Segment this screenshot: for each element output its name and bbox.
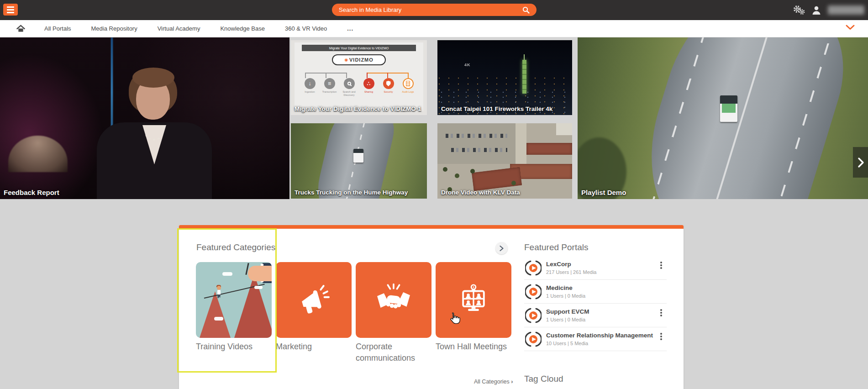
portal-logo-icon (525, 307, 542, 324)
card-accent-bar (179, 225, 684, 229)
category-tile-training-videos[interactable] (196, 262, 272, 338)
security-shield-icon (383, 78, 394, 89)
category-tile-marketing[interactable] (276, 262, 352, 338)
truck-graphic (720, 95, 737, 122)
monument-graphic (8, 136, 68, 172)
node-transcription: ≡ Transcription (320, 78, 339, 96)
tag-cloud-heading: Tag Cloud (524, 374, 563, 384)
node-security: Security (379, 78, 398, 96)
category-label: Town Hall Meetings (436, 341, 511, 352)
portal-logo-icon (525, 284, 542, 300)
chevron-right-icon (499, 245, 504, 252)
video-thumbnail-trucks-highway[interactable]: Trucks Trucking on the Hume Highway (291, 123, 427, 199)
video-title: Trucks Trucking on the Hume Highway (295, 189, 408, 196)
video-title: Feedback Report (4, 189, 59, 196)
sharing-icon: ∴ (363, 78, 374, 89)
video-thumbnail-playlist-demo[interactable]: Playlist Demo (578, 37, 868, 199)
video-thumbnail-migrate-evidence[interactable]: Migrate Your Digital Evidence to VIDIZMO… (291, 40, 427, 115)
nav-item-media-repository[interactable]: Media Repository (91, 25, 137, 32)
vidizmo-logo-dot: ◉ (344, 58, 348, 62)
topbar-actions (792, 0, 864, 20)
categories-scroll-next-button[interactable] (495, 242, 508, 254)
nav-item-all-portals[interactable]: All Portals (44, 25, 71, 32)
search-button[interactable] (521, 5, 531, 15)
megaphone-icon (297, 284, 330, 316)
portal-options-menu-button[interactable] (658, 261, 665, 271)
portal-nav-bar: All Portals Media Repository Virtual Aca… (0, 20, 868, 37)
video-thumbnail-drone-klv[interactable]: Drone Video with KLV Data (437, 123, 572, 199)
video-title: Migrate Your Digital Evidence to VIDIZMO… (295, 105, 421, 112)
video-title: Playlist Demo (581, 189, 626, 196)
category-label: Corporate communications (356, 341, 431, 364)
nav-item-knowledge-base[interactable]: Knowledge Base (220, 25, 265, 32)
home-content-card: Featured Categories (179, 225, 684, 389)
handshake-icon (377, 283, 410, 317)
nav-item-virtual-academy[interactable]: Virtual Academy (158, 25, 200, 32)
category-tile-town-hall-meetings[interactable] (436, 262, 511, 338)
portal-row-support-evcm[interactable]: Support EVCM 1 Users | 0 Media (524, 304, 667, 327)
drawing-hand-graphic (248, 266, 272, 281)
video-conference-icon (456, 283, 491, 317)
vidizmo-portal-home: All Portals Media Repository Virtual Aca… (0, 0, 868, 389)
node-ingestion: ↓ Ingestion (300, 78, 320, 96)
portal-row-customer-relationship-management[interactable]: Customer Relationship Management 10 User… (524, 327, 667, 351)
node-audit-logs: Audit Logs (398, 78, 418, 96)
settings-gears-icon[interactable] (792, 5, 805, 16)
category-label: Training Videos (196, 341, 272, 352)
chevron-down-icon (845, 24, 855, 31)
username-redacted[interactable] (828, 5, 864, 15)
featured-categories-heading: Featured Categories (196, 242, 275, 252)
video-thumbnail-taipei-fireworks[interactable]: 4K Concat Taipei 101 Fireworks Trailer 4… (437, 40, 572, 115)
portal-options-menu-button[interactable] (658, 308, 665, 318)
truck-graphic (353, 149, 363, 163)
parking-lot-graphic (437, 123, 516, 164)
search-input[interactable] (339, 6, 521, 13)
user-account-icon[interactable] (811, 5, 821, 15)
nav-item-360-vr-video[interactable]: 360 & VR Video (285, 25, 327, 32)
home-nav-button[interactable] (16, 25, 25, 32)
search-bar (332, 4, 537, 16)
4k-badge: 4K (464, 63, 471, 67)
video-title: Concat Taipei 101 Fireworks Trailer 4k (441, 105, 552, 112)
node-search-discovery: Search and Discovery (339, 78, 359, 96)
home-icon (16, 25, 25, 32)
taipei-101-graphic (522, 60, 526, 94)
portal-options-menu-button[interactable] (658, 332, 665, 342)
all-categories-link[interactable]: All Categories › (474, 378, 513, 385)
hamburger-menu-button[interactable] (3, 4, 18, 16)
search-icon (522, 6, 530, 14)
video-title: Drone Video with KLV Data (441, 189, 520, 196)
infographic-title: Migrate Your Digital Evidence to VIDIZMO (302, 45, 416, 51)
tightrope-walker-graphic (217, 286, 221, 290)
nav-overflow-menu[interactable]: ... (347, 25, 353, 32)
carousel-next-button[interactable] (853, 147, 868, 178)
portal-row-medicine[interactable]: Medicine 1 Users | 0 Media (524, 280, 667, 304)
video-thumbnail-feedback-report[interactable]: Feedback Report (0, 37, 289, 199)
portal-logo-icon (525, 331, 542, 347)
portal-row-lexcorp[interactable]: LexCorp 217 Users | 261 Media (524, 256, 667, 280)
transcription-icon: ≡ (324, 78, 335, 89)
audit-logs-icon (403, 78, 414, 89)
road-graphic (626, 37, 860, 199)
chevron-right-icon: › (511, 378, 513, 385)
portal-logo-icon (525, 260, 542, 276)
featured-portals-heading: Featured Portals (524, 242, 588, 252)
top-app-bar (0, 0, 868, 20)
ingestion-icon: ↓ (305, 78, 316, 89)
featured-media-carousel: Feedback Report Migrate Your Digital Evi… (0, 37, 868, 199)
category-tile-corporate-communications[interactable] (356, 262, 431, 338)
category-label: Marketing (276, 341, 352, 352)
nav-expand-button[interactable] (845, 24, 855, 32)
chevron-right-icon (857, 157, 864, 168)
infographic-panel: Migrate Your Digital Evidence to VIDIZMO… (295, 42, 423, 111)
vidizmo-logo-pill: ◉ VIDIZMO (332, 54, 386, 65)
search-discovery-icon (344, 78, 355, 89)
node-sharing: ∴ Sharing (359, 78, 379, 96)
